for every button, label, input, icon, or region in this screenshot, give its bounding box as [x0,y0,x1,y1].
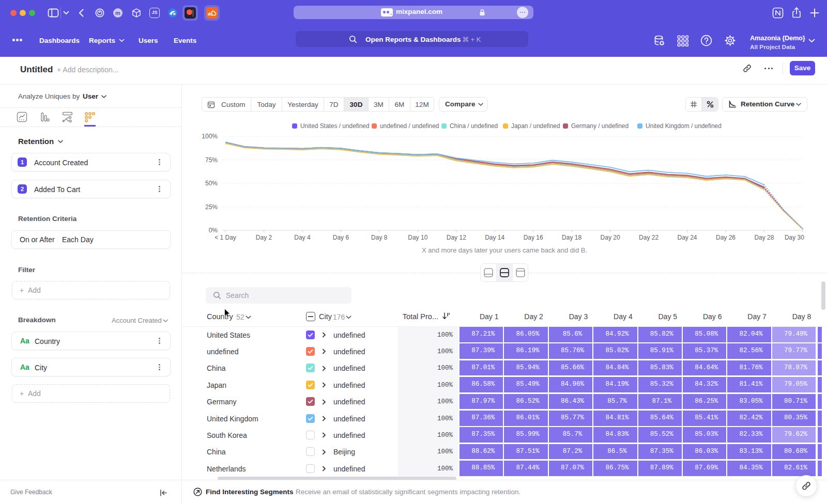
svg-text:Day 22: Day 22 [639,234,658,241]
svg-text:< 1 Day: < 1 Day [215,234,236,241]
svg-text:50%: 50% [205,180,218,187]
svg-text:Day 28: Day 28 [754,234,774,241]
svg-text:Day 24: Day 24 [677,234,697,241]
svg-text:Day 8: Day 8 [371,234,388,241]
svg-text:Day 18: Day 18 [562,234,581,241]
svg-text:Day 26: Day 26 [716,234,736,241]
svg-text:Day 30: Day 30 [785,234,804,241]
svg-text:Day 6: Day 6 [333,234,349,241]
svg-text:25%: 25% [205,203,218,211]
svg-text:Day 2: Day 2 [256,234,272,241]
svg-text:Day 4: Day 4 [294,234,311,241]
svg-text:Day 20: Day 20 [601,234,620,241]
svg-text:Day 10: Day 10 [408,234,427,241]
svg-text:Day 16: Day 16 [524,234,543,241]
svg-text:0%: 0% [209,227,218,234]
svg-text:Day 12: Day 12 [447,234,466,241]
svg-text:Day 14: Day 14 [485,234,504,241]
svg-text:75%: 75% [205,156,218,164]
svg-text:100%: 100% [202,133,218,140]
